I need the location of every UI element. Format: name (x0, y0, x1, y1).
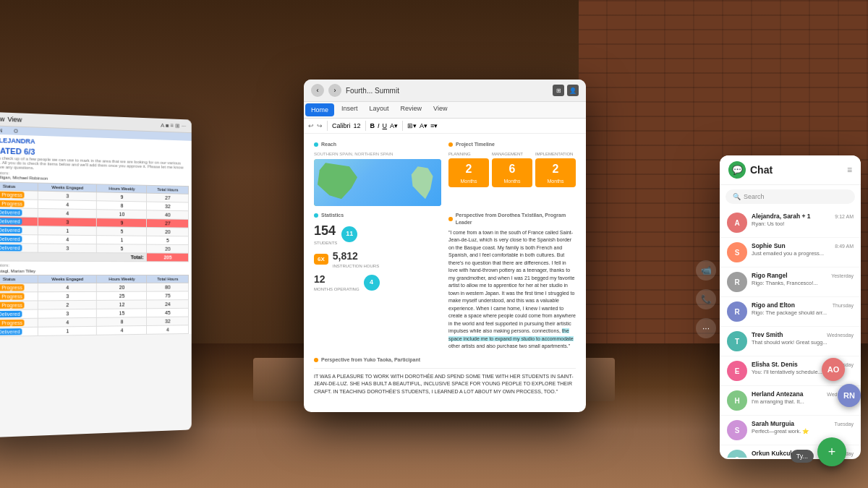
align-btn[interactable]: ≡▾ (430, 122, 438, 129)
teal-dot (314, 142, 318, 147)
persp2-dot (314, 358, 318, 362)
menu-view[interactable]: View (427, 102, 453, 118)
more-options-icon[interactable]: ··· (696, 318, 716, 338)
chat-name: Trev Smith (752, 331, 783, 338)
icon-btn-2[interactable]: 👤 (567, 85, 579, 96)
avatar-orkun: O (727, 450, 747, 458)
typing-indicator: Ty... (791, 450, 814, 463)
chat-item-body: Sophie Sun 8:49 AM Just emailed you a pr… (752, 242, 854, 257)
table-row: Delivered144 (0, 325, 189, 337)
doc-body: Reach SOUTHERN SPAIN, NORTHERN SPAIN Pro… (304, 134, 586, 394)
filter-icon[interactable]: ≡ (847, 165, 852, 175)
phase-2-count: 6 (495, 161, 529, 177)
chat-preview: Rigo: Thanks, Francesco!... (752, 280, 854, 286)
stats-title: Statistics (314, 212, 441, 219)
chat-time: 8:49 AM (835, 244, 854, 249)
document-window: ‹ › Fourth... Summit ⊞ 👤 Home Insert Lay… (304, 80, 586, 412)
underline-btn[interactable]: U (383, 122, 388, 129)
phone-icon[interactable]: 📞 (696, 289, 716, 309)
chat-title: Chat (750, 164, 773, 176)
view-label: View (8, 116, 22, 124)
chat-item-header: Sarah Murguia Tuesday (752, 420, 854, 427)
chat-name: Rigo and Elton (752, 301, 795, 309)
table-btn[interactable]: ⊞▾ (407, 122, 417, 129)
chat-item-sophie[interactable]: S Sophie Sun 8:49 AM Just emailed you a … (720, 238, 861, 267)
chat-preview: That should work! Great sugg... (752, 339, 854, 346)
total-value: 205 (147, 253, 189, 262)
font-color-btn[interactable]: A▾ (390, 122, 398, 129)
chat-preview: Rigo: The package should arr... (752, 309, 854, 316)
chat-item-trev[interactable]: T Trev Smith Wednesday That should work!… (720, 327, 861, 356)
avatar-elisha: E (727, 361, 747, 381)
back-button[interactable]: ‹ (311, 84, 324, 97)
col-total2: Total Hours (147, 275, 189, 283)
chat-item-header: Alejandra, Sarah + 1 9:12 AM (752, 213, 854, 220)
forward-button[interactable]: › (328, 84, 341, 97)
chat-preview: Perfect—great work. ⭐ (752, 428, 854, 435)
chat-time: Tuesday (834, 421, 854, 427)
phase-labels: PLANNING MANAGEMENT IMPLEMENTATION (448, 151, 576, 157)
highlight-btn[interactable]: A▾ (420, 122, 427, 129)
chat-app-icon: 💬 (728, 161, 746, 179)
stat-instruction-label: INSTRUCTION HOURS (333, 263, 379, 269)
phase-1-count: 2 (451, 161, 486, 177)
chat-item-header: Trev Smith Wednesday (752, 331, 854, 338)
phase-management: 6 Months (492, 158, 532, 187)
perspective-title: Perspective from Dorothea Txistilan, Pro… (448, 212, 576, 226)
status-badge: Delivered (0, 311, 22, 318)
total-label: Total: (0, 252, 147, 262)
participant-text: IT WAS A PLEASURE TO WORK WITH DOROTHÉE … (314, 368, 576, 394)
spreadsheet-table-2: Status Weeks Engaged Hours Weekly Total … (0, 275, 189, 337)
new-chat-fab[interactable]: + (817, 437, 846, 466)
chat-time: Yesterday (831, 273, 854, 278)
chat-item-rigo[interactable]: R Rigo Rangel Yesterday Rigo: Thanks, Fr… (720, 267, 861, 297)
menu-review[interactable]: Review (395, 102, 428, 118)
menu-insert[interactable]: Insert (336, 102, 364, 118)
reach-subtitle: SOUTHERN SPAIN, NORTHERN SPAIN (314, 151, 441, 157)
stat-months-val: 12 (314, 273, 359, 287)
redo-icon[interactable]: ↪ (317, 122, 323, 129)
stat-students: 154 STUDENTS (314, 222, 337, 247)
phase-1-sub: Months (461, 179, 477, 184)
ss-coord2-names: Karen Futagl, Marian Tilley (0, 269, 189, 275)
col-hours2: Hours Weekly (97, 275, 147, 283)
font-size[interactable]: 12 (354, 122, 361, 129)
chat-search-bar[interactable]: 🔍 Search (726, 189, 855, 204)
undo-icon[interactable]: ↩ (308, 122, 314, 129)
italic-btn[interactable]: I (378, 122, 380, 129)
chat-name: Alejandra, Sarah + 1 (752, 213, 811, 220)
font-name[interactable]: Calibri (332, 122, 351, 129)
chat-item-body: Alejandra, Sarah + 1 9:12 AM Ryan: Us to… (752, 213, 854, 227)
phase-label-2: MANAGEMENT (492, 151, 532, 157)
map-visual (314, 159, 441, 206)
toolbar-sep-3 (402, 121, 403, 131)
chat-title-row: 💬 Chat (728, 161, 773, 179)
chat-item-header: Rigo Rangel Yesterday (752, 272, 854, 279)
chat-item-rigo-elton[interactable]: R Rigo and Elton Thursday Rigo: The pack… (720, 297, 861, 327)
chat-item-body: Rigo Rangel Yesterday Rigo: Thanks, Fran… (752, 272, 854, 286)
spreadsheet-table-1: Status Weeks Engaged Hours Weekly Total … (0, 181, 189, 262)
status-badge: In Progress (0, 191, 25, 198)
ss-coord2-label: Coordinators: (0, 262, 189, 270)
menu-home[interactable]: Home (305, 103, 334, 116)
chat-item-body: Rigo and Elton Thursday Rigo: The packag… (752, 301, 854, 316)
video-call-icon[interactable]: 📹 (696, 260, 716, 281)
chat-list: A Alejandra, Sarah + 1 9:12 AM Ryan: Us … (720, 208, 861, 458)
stat-row-3: 12 MONTHS OPERATING 4 (314, 273, 441, 293)
persp-dot (448, 217, 453, 221)
status-badge: In Progress (0, 284, 25, 291)
chat-preview: Just emailed you a progress... (752, 250, 854, 257)
highlight-1: the space include me to expand my studio… (448, 328, 574, 341)
chat-item-alejandra[interactable]: A Alejandra, Sarah + 1 9:12 AM Ryan: Us … (720, 208, 861, 238)
icon-btn-1[interactable]: ⊞ (553, 85, 564, 96)
bold-btn[interactable]: B (370, 122, 375, 129)
timeline-title: Project Timeline (448, 141, 576, 148)
doc-top-row: Reach SOUTHERN SPAIN, NORTHERN SPAIN Pro… (314, 141, 576, 206)
perspective2-section: Perspective from Yuko Taoka, Participant… (314, 356, 576, 394)
menu-layout[interactable]: Layout (364, 102, 395, 118)
doc-menu-bar: Home Insert Layout Review View (304, 102, 586, 119)
doc-stats-row: Statistics 154 STUDENTS 11 6X 5,812 INST… (314, 212, 576, 351)
project-timeline: 2 Months 6 Months 2 Months (448, 158, 576, 187)
status-badge: In Progress (0, 200, 25, 207)
chat-window: 💬 Chat ≡ 🔍 Search A Alejandra, Sarah + 1… (720, 155, 861, 459)
